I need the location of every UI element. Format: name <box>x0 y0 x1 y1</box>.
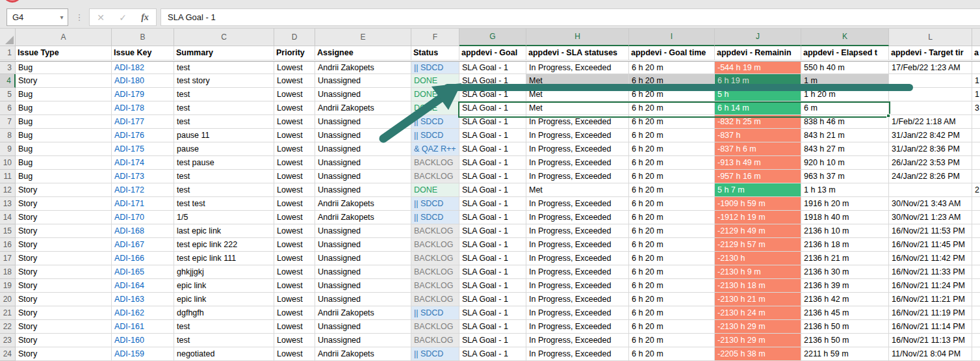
cell-J21[interactable]: -2130 h 24 m <box>715 306 801 320</box>
cell-M21[interactable] <box>972 306 980 320</box>
cell-C1[interactable]: Summary <box>174 46 274 60</box>
cell-B13[interactable]: ADI-171 <box>112 197 174 211</box>
cell-H23[interactable]: In Progress, Exceeded <box>526 334 629 347</box>
cell-F16[interactable]: BACKLOG <box>411 238 459 252</box>
cell-B11[interactable]: ADI-173 <box>112 170 174 183</box>
name-box[interactable]: G4 ▾ <box>6 8 68 26</box>
cell-E22[interactable]: Unassigned <box>315 320 411 334</box>
cell-M11[interactable] <box>972 170 980 183</box>
column-header-A[interactable]: A <box>16 29 112 46</box>
cell-E10[interactable]: Unassigned <box>315 156 411 170</box>
cell-A8[interactable]: Bug <box>16 129 112 142</box>
cell-H1[interactable]: appdevi - SLA statuses <box>526 46 629 60</box>
cell-M8[interactable] <box>972 129 980 142</box>
cell-E5[interactable]: Unassigned <box>315 88 411 101</box>
cell-B19[interactable]: ADI-164 <box>112 279 174 293</box>
cell-B20[interactable]: ADI-163 <box>112 293 174 306</box>
cell-I11[interactable]: 6 h 20 m <box>629 170 715 183</box>
cell-G18[interactable]: SLA Goal - 1 <box>459 265 526 279</box>
cell-B24[interactable]: ADI-159 <box>112 347 174 361</box>
cell-L13[interactable]: 30/Nov/21 3:43 AM <box>889 197 972 211</box>
cell-D22[interactable]: Lowest <box>274 320 315 334</box>
cell-K24[interactable]: 2211 h 59 m <box>801 347 889 361</box>
cell-J11[interactable]: -957 h 16 m <box>715 170 801 183</box>
cell-H12[interactable]: Met <box>526 183 629 197</box>
cell-J24[interactable]: -2205 h 38 m <box>715 347 801 361</box>
cell-J9[interactable]: -837 h 6 m <box>715 142 801 156</box>
cell-F5[interactable]: DONE <box>411 88 459 101</box>
cell-D1[interactable]: Priority <box>274 46 315 60</box>
column-header-M[interactable]: M <box>972 29 980 46</box>
cell-H18[interactable]: In Progress, Exceeded <box>526 265 629 279</box>
cell-H24[interactable]: In Progress, Exceeded <box>526 347 629 361</box>
cell-B10[interactable]: ADI-174 <box>112 156 174 170</box>
row-header-11[interactable]: 11 <box>0 170 16 183</box>
cell-A5[interactable]: Bug <box>16 88 112 101</box>
cell-E14[interactable]: Andrii Zakopets <box>315 211 411 224</box>
cell-M19[interactable] <box>972 279 980 293</box>
cell-H20[interactable]: In Progress, Exceeded <box>526 293 629 306</box>
cell-L5[interactable] <box>889 88 972 101</box>
cell-A12[interactable]: Story <box>16 183 112 197</box>
cell-D10[interactable]: Lowest <box>274 156 315 170</box>
cell-B1[interactable]: Issue Key <box>112 46 174 60</box>
cell-I12[interactable]: 6 h 20 m <box>629 183 715 197</box>
cell-A14[interactable]: Story <box>16 211 112 224</box>
cell-L9[interactable]: 31/Jan/22 8:36 PM <box>889 142 972 156</box>
cell-C14[interactable]: 1/5 <box>174 211 274 224</box>
cell-H16[interactable]: In Progress, Exceeded <box>526 238 629 252</box>
cell-C5[interactable]: test <box>174 88 274 101</box>
cell-M7[interactable] <box>972 115 980 129</box>
row-header-9[interactable]: 9 <box>0 142 16 156</box>
cell-K6[interactable]: 6 m <box>801 101 889 115</box>
cell-D4[interactable]: Lowest <box>274 74 315 88</box>
cell-L16[interactable]: 16/Nov/21 11:45 PM <box>889 238 972 252</box>
cell-A16[interactable]: Story <box>16 238 112 252</box>
cell-M9[interactable] <box>972 142 980 156</box>
cell-D21[interactable]: Lowest <box>274 306 315 320</box>
cell-G13[interactable]: SLA Goal - 1 <box>459 197 526 211</box>
cell-A10[interactable]: Bug <box>16 156 112 170</box>
cell-J5[interactable]: 5 h <box>715 88 801 101</box>
cell-G22[interactable]: SLA Goal - 1 <box>459 320 526 334</box>
cell-E18[interactable]: Unassigned <box>315 265 411 279</box>
row-header-24[interactable]: 24 <box>0 347 16 361</box>
cell-B4[interactable]: ADI-180 <box>112 74 174 88</box>
cell-D16[interactable]: Lowest <box>274 238 315 252</box>
cell-D5[interactable]: Lowest <box>274 88 315 101</box>
cell-A15[interactable]: Story <box>16 224 112 238</box>
row-header-1[interactable]: 1 <box>0 46 16 60</box>
cell-G20[interactable]: SLA Goal - 1 <box>459 293 526 306</box>
cell-G5[interactable]: SLA Goal - 1 <box>459 88 526 101</box>
cell-L19[interactable]: 16/Nov/21 11:24 PM <box>889 279 972 293</box>
cell-I24[interactable]: 6 h 20 m <box>629 347 715 361</box>
cell-B12[interactable]: ADI-172 <box>112 183 174 197</box>
cell-M3[interactable] <box>972 62 980 74</box>
cell-F11[interactable]: BACKLOG <box>411 170 459 183</box>
cell-I10[interactable]: 6 h 20 m <box>629 156 715 170</box>
cell-K15[interactable]: 2136 h 10 m <box>801 224 889 238</box>
cell-D3[interactable]: Lowest <box>274 62 315 74</box>
cell-M4[interactable]: 1 <box>972 74 980 88</box>
cell-E19[interactable]: Unassigned <box>315 279 411 293</box>
cell-L22[interactable]: 16/Nov/21 11:14 PM <box>889 320 972 334</box>
cell-H15[interactable]: In Progress, Exceeded <box>526 224 629 238</box>
cell-F24[interactable]: || SDCD <box>411 347 459 361</box>
cell-A3[interactable]: Bug <box>16 62 112 74</box>
cell-K13[interactable]: 1916 h 20 m <box>801 197 889 211</box>
cell-A17[interactable]: Story <box>16 252 112 265</box>
cell-C17[interactable]: test epic link 111 <box>174 252 274 265</box>
cell-I6[interactable]: 6 h 20 m <box>629 101 715 115</box>
cell-C23[interactable]: test <box>174 334 274 347</box>
cell-J23[interactable]: -2130 h 29 m <box>715 334 801 347</box>
cell-M1[interactable]: a <box>972 46 980 60</box>
cell-L4[interactable] <box>889 74 972 88</box>
row-header-18[interactable]: 18 <box>0 265 16 279</box>
cell-A7[interactable]: Bug <box>16 115 112 129</box>
cell-G9[interactable]: SLA Goal - 1 <box>459 142 526 156</box>
cell-M18[interactable] <box>972 265 980 279</box>
cell-J13[interactable]: -1909 h 59 m <box>715 197 801 211</box>
cell-H3[interactable]: In Progress, Exceeded <box>526 62 629 74</box>
cell-L10[interactable]: 26/Jan/22 3:53 PM <box>889 156 972 170</box>
row-header-7[interactable]: 7 <box>0 115 16 129</box>
